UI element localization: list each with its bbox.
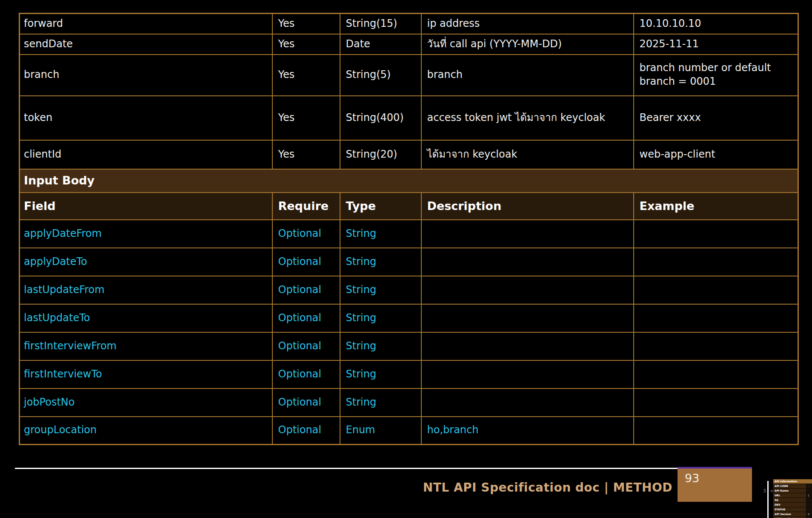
cell-example (634, 248, 798, 276)
cell-field: clientId (20, 140, 272, 169)
row-token: token Yes String(400) access token jwt ไ… (20, 96, 798, 140)
thumbnail-value (806, 498, 812, 503)
cell-example (634, 388, 798, 417)
cell-description: ได้มาจาก keycloak (421, 140, 634, 169)
cell-field: sendDate (20, 34, 272, 55)
column-header-field: Field (20, 193, 272, 220)
cell-require: Yes (272, 34, 340, 55)
thumbnail-row: SA (773, 498, 812, 503)
cell-require: Optional (272, 276, 340, 304)
row-firstinterviewto: firstInterviewTo Optional String (20, 360, 798, 388)
cell-field: firstInterviewTo (20, 360, 272, 388)
cell-type: String (340, 332, 421, 360)
cell-type: String(20) (340, 140, 421, 169)
slide-thumbnail[interactable]: API information API CODE - API Name URL … (773, 479, 812, 518)
thumbnail-row: STATUS (773, 507, 812, 512)
cell-type: String(15) (340, 14, 421, 34)
cell-require: Yes (272, 55, 340, 96)
footer-doc-title: NTL API Specification doc | METHOD (340, 481, 672, 495)
cell-type: String(400) (340, 96, 421, 140)
cell-description: ho,branch (421, 417, 634, 445)
cell-field: token (20, 96, 272, 140)
thumbnail-label: URL (773, 493, 806, 498)
cell-type: Enum (340, 417, 421, 445)
thumbnail-row: DEV (773, 503, 812, 507)
row-firstinterviewfrom: firstInterviewFrom Optional String (20, 332, 798, 360)
thumbnail-title-row: API information (773, 479, 812, 484)
cell-type: String (340, 388, 421, 417)
thumbnail-label: API Name (773, 489, 806, 493)
cell-type: String(5) (340, 55, 421, 96)
cell-example: web-app-client (634, 140, 798, 169)
thumbnail-row: HTTP method P (773, 517, 812, 518)
row-jobpostno: jobPostNo Optional String (20, 388, 798, 417)
cell-example (634, 332, 798, 360)
cell-require: Optional (272, 220, 340, 248)
slide-canvas: forward Yes String(15) ip address 10.10.… (0, 0, 812, 518)
thumbnail-value: - (806, 484, 812, 489)
thumbnail-label: API CODE (773, 484, 806, 489)
thumbnail-value (806, 503, 812, 507)
row-branch: branch Yes String(5) branch branch numbe… (20, 55, 798, 96)
cell-description (421, 220, 634, 248)
thumbnail-label: DEV (773, 503, 806, 507)
cell-field: lastUpdateTo (20, 304, 272, 332)
cell-description: ip address (421, 14, 634, 34)
cell-description (421, 276, 634, 304)
thumbnail-value: V (806, 512, 812, 517)
cell-example: Bearer xxxx (634, 96, 798, 140)
api-spec-table: forward Yes String(15) ip address 10.10.… (19, 13, 799, 445)
thumbnail-row: API Version V (773, 512, 812, 517)
cell-type: String (340, 220, 421, 248)
cell-description (421, 360, 634, 388)
cell-require: Yes (272, 140, 340, 169)
thumbnail-title: API information (773, 479, 812, 484)
thumbnail-value: P (806, 517, 812, 518)
column-header-example: Example (634, 193, 798, 220)
cell-require: Optional (272, 248, 340, 276)
thumbnail-label: SA (773, 498, 806, 503)
column-header-type: Type (340, 193, 421, 220)
row-forward: forward Yes String(15) ip address 10.10.… (20, 14, 798, 34)
cell-example: 2025-11-11 (634, 34, 798, 55)
cell-example (634, 304, 798, 332)
cell-description: วันที่ call api (YYYY-MM-DD) (421, 34, 634, 55)
thumbnail-label: API Version (773, 512, 806, 517)
cell-example: branch number or default branch = 0001 (634, 55, 798, 96)
row-senddate: sendDate Yes Date วันที่ call api (YYYY-… (20, 34, 798, 55)
thumbnail-label: HTTP method (773, 517, 806, 518)
cell-require: Optional (272, 332, 340, 360)
column-header-row: Field Require Type Description Example (20, 193, 798, 220)
cell-require: Optional (272, 388, 340, 417)
cell-description (421, 248, 634, 276)
row-applydateto: applyDateTo Optional String (20, 248, 798, 276)
cell-field: applyDateFrom (20, 220, 272, 248)
cell-require: Optional (272, 417, 340, 445)
cell-require: Yes (272, 96, 340, 140)
footer-divider-line (15, 468, 678, 469)
row-grouplocation: groupLocation Optional Enum ho,branch (20, 417, 798, 445)
cell-description: branch (421, 55, 634, 96)
thumbnail-row: API Name (773, 489, 812, 493)
cell-field: lastUpdateFrom (20, 276, 272, 304)
page-number: 93 (685, 472, 699, 485)
page-number-box: 93 (678, 467, 752, 502)
thumbnail-row: API CODE - (773, 484, 812, 489)
cell-type: String (340, 276, 421, 304)
cell-example (634, 220, 798, 248)
row-clientid: clientId Yes String(20) ได้มาจาก keycloa… (20, 140, 798, 169)
cell-field: jobPostNo (20, 388, 272, 417)
cell-type: String (340, 304, 421, 332)
cell-require: Optional (272, 360, 340, 388)
section-header-row: Input Body (20, 169, 798, 193)
column-header-description: Description (421, 193, 634, 220)
cell-require: Yes (272, 14, 340, 34)
cell-description (421, 332, 634, 360)
cell-type: Date (340, 34, 421, 55)
cell-example (634, 360, 798, 388)
row-applydatefrom: applyDateFrom Optional String (20, 220, 798, 248)
row-lastupdatefrom: lastUpdateFrom Optional String (20, 276, 798, 304)
thumbnail-label: STATUS (773, 507, 806, 512)
cell-field: applyDateTo (20, 248, 272, 276)
cell-field: firstInterviewFrom (20, 332, 272, 360)
